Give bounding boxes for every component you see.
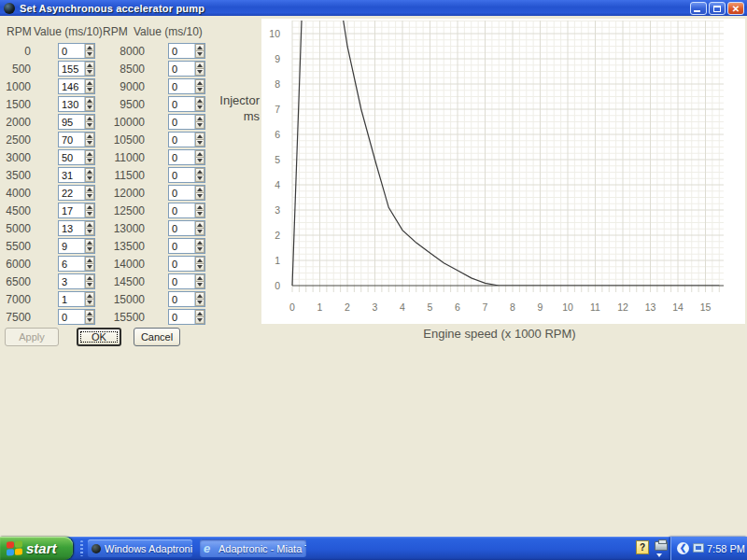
spin-up-button[interactable]: [195, 186, 204, 193]
spin-up-button[interactable]: [85, 257, 94, 264]
value-field[interactable]: 0: [169, 310, 194, 324]
value-spinner[interactable]: 22: [58, 185, 95, 201]
spin-down-button[interactable]: [195, 122, 204, 129]
spin-up-button[interactable]: [195, 44, 204, 51]
value-spinner[interactable]: 155: [58, 61, 95, 77]
value-field[interactable]: 0: [169, 292, 194, 306]
value-field[interactable]: 0: [169, 79, 194, 93]
value-field[interactable]: 22: [59, 186, 84, 200]
value-spinner[interactable]: 0: [58, 43, 95, 59]
value-field[interactable]: 0: [59, 310, 84, 324]
spin-up-button[interactable]: [85, 150, 94, 158]
spin-up-button[interactable]: [85, 79, 94, 87]
value-field[interactable]: 1: [59, 292, 84, 306]
value-spinner[interactable]: 0: [168, 132, 205, 147]
value-field[interactable]: 13: [59, 221, 84, 235]
spin-down-button[interactable]: [85, 300, 94, 306]
value-spinner[interactable]: 50: [58, 149, 95, 165]
apply-button[interactable]: Apply: [5, 328, 59, 346]
spin-down-button[interactable]: [85, 229, 94, 235]
spin-down-button[interactable]: [195, 69, 204, 76]
value-field[interactable]: 0: [169, 150, 194, 164]
value-field[interactable]: 0: [169, 186, 194, 200]
value-spinner[interactable]: 31: [58, 167, 95, 183]
restore-button[interactable]: [709, 2, 726, 15]
value-spinner[interactable]: 0: [168, 78, 205, 94]
value-field[interactable]: 3: [59, 274, 84, 288]
tray-printer-icon[interactable]: [655, 541, 668, 551]
spin-up-button[interactable]: [195, 62, 204, 69]
spin-up-button[interactable]: [85, 97, 94, 105]
ok-button[interactable]: OK: [77, 328, 121, 346]
value-spinner[interactable]: 0: [168, 203, 205, 218]
spin-up-button[interactable]: [85, 274, 94, 282]
spin-down-button[interactable]: [85, 105, 94, 111]
spin-down-button[interactable]: [85, 158, 94, 164]
spin-up-button[interactable]: [195, 239, 204, 246]
value-field[interactable]: 155: [59, 62, 84, 76]
spin-up-button[interactable]: [85, 115, 94, 122]
spin-down-button[interactable]: [195, 211, 204, 217]
value-field[interactable]: 0: [169, 44, 194, 58]
spin-up-button[interactable]: [85, 62, 94, 69]
spin-down-button[interactable]: [85, 282, 94, 288]
spin-down-button[interactable]: [85, 193, 94, 200]
spin-up-button[interactable]: [195, 168, 204, 175]
value-field[interactable]: 0: [169, 168, 194, 182]
value-field[interactable]: 0: [169, 257, 194, 271]
spin-up-button[interactable]: [85, 186, 94, 193]
taskbar-item-windows-adaptronic[interactable]: Windows Adaptronic ...: [88, 539, 192, 557]
spin-down-button[interactable]: [85, 246, 94, 253]
value-spinner[interactable]: 0: [168, 43, 205, 59]
spin-down-button[interactable]: [85, 122, 94, 129]
value-field[interactable]: 31: [59, 168, 84, 182]
value-spinner[interactable]: 0: [168, 256, 205, 272]
spin-down-button[interactable]: [195, 264, 204, 271]
spin-down-button[interactable]: [195, 140, 204, 147]
value-spinner[interactable]: 13: [58, 220, 95, 236]
spin-down-button[interactable]: [85, 140, 94, 147]
value-field[interactable]: 0: [59, 44, 84, 58]
spin-up-button[interactable]: [85, 168, 94, 175]
value-spinner[interactable]: 95: [58, 114, 95, 130]
value-field[interactable]: 17: [59, 203, 84, 217]
value-spinner[interactable]: 130: [58, 96, 95, 112]
spin-up-button[interactable]: [195, 274, 204, 282]
spin-down-button[interactable]: [195, 158, 204, 164]
value-field[interactable]: 6: [59, 257, 84, 271]
value-field[interactable]: 0: [169, 203, 194, 217]
spin-down-button[interactable]: [195, 175, 204, 182]
start-button[interactable]: start: [0, 537, 73, 560]
value-spinner[interactable]: 9: [58, 238, 95, 254]
spin-up-button[interactable]: [85, 239, 94, 246]
minimize-button[interactable]: [690, 2, 707, 15]
value-spinner[interactable]: 0: [168, 238, 205, 254]
spin-up-button[interactable]: [195, 310, 204, 317]
spin-down-button[interactable]: [195, 51, 204, 58]
spin-up-button[interactable]: [195, 79, 204, 87]
quicklaunch-handle[interactable]: [80, 540, 83, 556]
spin-down-button[interactable]: [85, 51, 94, 58]
value-field[interactable]: 95: [59, 115, 84, 129]
taskbar-item-adaptronic-miata[interactable]: e Adaptronic - Miata Tu...: [200, 539, 306, 557]
value-spinner[interactable]: 0: [168, 220, 205, 236]
value-spinner[interactable]: 3: [58, 273, 95, 289]
spin-down-button[interactable]: [195, 87, 204, 93]
cancel-button[interactable]: Cancel: [134, 328, 180, 346]
spin-up-button[interactable]: [85, 221, 94, 229]
value-spinner[interactable]: 6: [58, 256, 95, 272]
value-field[interactable]: 0: [169, 221, 194, 235]
spin-up-button[interactable]: [85, 292, 94, 300]
value-field[interactable]: 0: [169, 133, 194, 147]
value-spinner[interactable]: 0: [168, 185, 205, 201]
network-tray-icon[interactable]: [693, 543, 704, 553]
spin-up-button[interactable]: [195, 257, 204, 264]
spin-up-button[interactable]: [195, 150, 204, 158]
spin-up-button[interactable]: [85, 133, 94, 140]
spin-down-button[interactable]: [195, 282, 204, 288]
spin-down-button[interactable]: [195, 246, 204, 253]
value-spinner[interactable]: 0: [168, 149, 205, 165]
value-field[interactable]: 70: [59, 133, 84, 147]
value-spinner[interactable]: 0: [168, 273, 205, 289]
value-field[interactable]: 130: [59, 97, 84, 111]
